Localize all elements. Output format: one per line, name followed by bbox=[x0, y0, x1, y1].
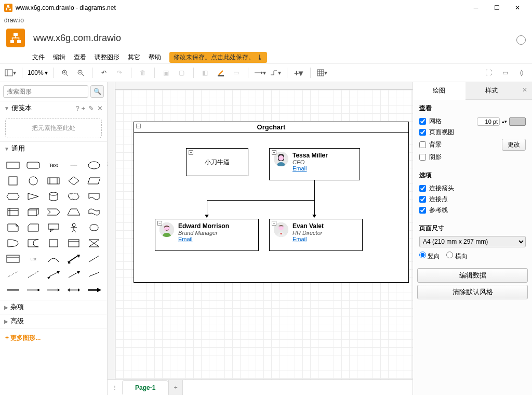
shape-roundrect[interactable] bbox=[24, 159, 43, 172]
orgchart-container[interactable]: −Orgchart −小刀牛逼 − Tessa MillerCFOEmail − bbox=[134, 122, 409, 283]
shape-triangle[interactable] bbox=[24, 190, 43, 203]
scratchpad-dropzone[interactable]: 把元素拖至此处 bbox=[5, 118, 102, 138]
shape-text[interactable]: Text bbox=[45, 159, 63, 172]
shape-note[interactable] bbox=[4, 221, 22, 234]
fillcolor-icon[interactable]: ◧ bbox=[199, 67, 211, 79]
email-link[interactable]: Email bbox=[292, 165, 328, 171]
collapse-icon[interactable]: − bbox=[136, 124, 141, 128]
guide-checkbox[interactable] bbox=[419, 207, 426, 214]
sidebar-toggle-icon[interactable]: ▾ bbox=[4, 67, 17, 79]
shadow-icon[interactable]: ▭ bbox=[230, 67, 243, 79]
add-page-button[interactable]: + bbox=[168, 380, 183, 395]
shadow-checkbox[interactable] bbox=[419, 154, 426, 161]
minimize-button[interactable]: ─ bbox=[466, 0, 486, 16]
search-icon[interactable]: 🔍 bbox=[90, 85, 104, 98]
waypoint-icon[interactable]: ▾ bbox=[269, 67, 282, 79]
pageview-checkbox[interactable] bbox=[419, 129, 426, 136]
shape-hexagon[interactable] bbox=[4, 190, 22, 203]
collapse-icon[interactable]: − bbox=[272, 221, 276, 226]
shape-parallelogram[interactable] bbox=[85, 174, 103, 188]
clear-style-button[interactable]: 清除默认风格 bbox=[417, 285, 528, 299]
menu-edit[interactable]: 编辑 bbox=[53, 53, 65, 62]
shape-dashed[interactable] bbox=[24, 268, 43, 281]
shape-arrow2[interactable] bbox=[64, 252, 83, 266]
shape-datastore[interactable] bbox=[45, 236, 63, 250]
chevron-right-icon[interactable]: ▶ bbox=[4, 305, 8, 310]
save-warning[interactable]: 修改未保存。点击此处保存。 ⭳ bbox=[169, 52, 267, 63]
chevron-down-icon[interactable]: ▼ bbox=[4, 105, 9, 111]
section-misc[interactable]: 杂项 bbox=[10, 302, 24, 312]
grid-size-input[interactable] bbox=[477, 117, 500, 126]
tofront-icon[interactable]: ▣ bbox=[160, 67, 172, 79]
edit-icon[interactable]: ✎ bbox=[88, 104, 94, 112]
shape-square[interactable] bbox=[4, 174, 22, 188]
menu-view[interactable]: 查看 bbox=[74, 53, 86, 62]
shape-container[interactable] bbox=[64, 236, 83, 250]
conn-arrow-checkbox[interactable] bbox=[419, 185, 426, 192]
landscape-radio[interactable] bbox=[446, 252, 453, 258]
shape-or[interactable] bbox=[4, 236, 22, 250]
shape-curly[interactable] bbox=[85, 221, 103, 234]
language-icon[interactable] bbox=[516, 35, 526, 45]
chevron-down-icon[interactable]: ▼ bbox=[4, 146, 9, 152]
undo-icon[interactable]: ↶ bbox=[98, 67, 110, 79]
edit-data-button[interactable]: 编辑数据 bbox=[417, 268, 528, 283]
collapse-icon[interactable]: ⟠ bbox=[515, 67, 528, 79]
shape-callout[interactable] bbox=[45, 221, 63, 234]
shape-hline3[interactable] bbox=[45, 283, 63, 297]
zoom-out-icon[interactable] bbox=[74, 67, 87, 79]
shape-cloud[interactable] bbox=[64, 190, 83, 203]
close-button[interactable]: ✕ bbox=[507, 0, 528, 16]
shape-document[interactable] bbox=[85, 190, 103, 203]
zoom-in-icon[interactable] bbox=[59, 67, 71, 79]
shape-rect[interactable] bbox=[4, 159, 22, 172]
tab-diagram[interactable]: 绘图 bbox=[413, 82, 466, 100]
shape-cylinder[interactable] bbox=[45, 190, 63, 203]
format-panel-icon[interactable]: ▭ bbox=[499, 67, 511, 79]
collapse-icon[interactable]: − bbox=[189, 150, 193, 155]
shape-textbox[interactable]: ═══ bbox=[64, 159, 83, 172]
toback-icon[interactable]: ▢ bbox=[176, 67, 188, 79]
pagesize-select[interactable]: A4 (210 mm x 297 mm) bbox=[419, 236, 526, 247]
shape-diamond[interactable] bbox=[64, 174, 83, 188]
chevron-right-icon[interactable]: ▶ bbox=[4, 319, 8, 324]
section-general[interactable]: 通用 bbox=[11, 144, 25, 153]
close-panel-icon[interactable]: ✕ bbox=[517, 82, 532, 100]
collapse-icon[interactable]: − bbox=[272, 150, 276, 155]
maximize-button[interactable]: ☐ bbox=[486, 0, 507, 16]
shape-hline2[interactable] bbox=[24, 283, 43, 297]
shape-cube[interactable] bbox=[24, 205, 43, 219]
page-tab[interactable]: Page-1 bbox=[122, 380, 168, 394]
shape-hline[interactable] bbox=[4, 283, 22, 297]
shape-circle[interactable] bbox=[24, 174, 43, 188]
change-bg-button[interactable]: 更改 bbox=[502, 139, 526, 151]
insert-icon[interactable]: +▾ bbox=[292, 67, 305, 79]
menu-help[interactable]: 帮助 bbox=[149, 53, 161, 62]
portrait-radio[interactable] bbox=[419, 252, 426, 258]
shape-dotted[interactable] bbox=[4, 268, 22, 281]
shape-ellipse[interactable] bbox=[85, 159, 103, 172]
shape-process[interactable] bbox=[45, 174, 63, 188]
shape-collate[interactable] bbox=[85, 236, 103, 250]
search-input[interactable] bbox=[3, 85, 88, 98]
menu-other[interactable]: 其它 bbox=[128, 53, 140, 62]
delete-icon[interactable]: 🗑 bbox=[137, 67, 149, 79]
menu-file[interactable]: 文件 bbox=[32, 53, 45, 62]
more-shapes-button[interactable]: + 更多图形... bbox=[0, 328, 107, 348]
email-link[interactable]: Email bbox=[292, 236, 324, 242]
close-icon[interactable]: ✕ bbox=[97, 104, 103, 112]
shape-hline4[interactable] bbox=[64, 283, 83, 297]
shape-hline5[interactable] bbox=[85, 283, 103, 297]
shape-curve[interactable] bbox=[45, 252, 63, 266]
shape-tape[interactable] bbox=[85, 205, 103, 219]
shape-actor[interactable] bbox=[64, 221, 83, 234]
menu-shape[interactable]: 调整图形 bbox=[95, 53, 119, 62]
shape-and[interactable] bbox=[24, 236, 43, 250]
grid-color-swatch[interactable] bbox=[509, 117, 526, 126]
scratchpad-help[interactable]: ? + bbox=[76, 104, 85, 112]
fullscreen-icon[interactable]: ⛶ bbox=[482, 67, 495, 79]
section-advanced[interactable]: 高级 bbox=[10, 316, 24, 326]
shape-list[interactable] bbox=[4, 252, 22, 266]
shape-trapezoid[interactable] bbox=[64, 205, 83, 219]
linecolor-icon[interactable] bbox=[215, 67, 227, 79]
